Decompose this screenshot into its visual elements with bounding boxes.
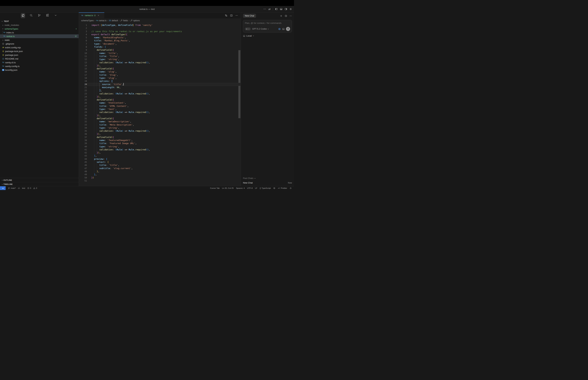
split-icon[interactable] <box>230 14 233 17</box>
code-line-14[interactable]: 14 }), <box>79 64 241 67</box>
breadcrumb-item-schematypes[interactable]: schemaTypes <box>81 19 94 22</box>
code-line-46[interactable]: 46 title: 'title', <box>79 164 241 167</box>
code-line-29[interactable]: 29 validation: (Rule) => Rule.required()… <box>79 111 241 114</box>
more-options-icon[interactable] <box>289 15 292 17</box>
agent-mode-selector[interactable]: ∞ <box>245 27 251 30</box>
web-search-icon[interactable] <box>278 28 281 30</box>
context-selector[interactable]: Local <box>243 35 292 37</box>
code-line-23[interactable]: 23 validation: (Rule) => Rule.required()… <box>79 92 241 95</box>
code-line-51[interactable]: 51 <box>79 179 241 182</box>
tree-item-rankai-ts[interactable]: TSrankai.tsU <box>0 34 79 38</box>
code-line-42[interactable]: 42 }), <box>79 151 241 154</box>
code-line-25[interactable]: 25 defineField({ <box>79 98 241 101</box>
code-editor[interactable]: 1import {defineType, defineField} from '… <box>79 23 241 186</box>
activity-source-control-button[interactable] <box>37 13 41 18</box>
tab-close-icon[interactable] <box>97 14 99 17</box>
code-line-30[interactable]: 30 }), <box>79 114 241 117</box>
code-line-28[interactable]: 28 type: 'text', <box>79 108 241 111</box>
tree-item-eslint-config-mjs[interactable]: JSeslint.config.mjs <box>0 46 79 49</box>
new-chat-tab[interactable]: New Chat <box>243 14 256 18</box>
tree-item-static[interactable]: ›static <box>0 38 79 42</box>
code-line-43[interactable]: 43 ], <box>79 154 241 157</box>
notifications[interactable] <box>290 186 292 190</box>
activity-search-button[interactable] <box>29 13 33 18</box>
code-line-16[interactable]: 16 name: 'slug', <box>79 70 241 73</box>
tree-item-test[interactable]: ›TEST <box>0 19 79 23</box>
model-selector[interactable]: GPT-5.2 Codex <box>252 28 269 30</box>
code-line-19[interactable]: 19 options: { <box>79 80 241 83</box>
tree-item-package-lock-json[interactable]: {}package-lock.json <box>0 49 79 53</box>
tree-item--gitignore[interactable]: .gitignore <box>0 42 79 46</box>
formatter-status[interactable]: ✓✓Prettier <box>278 186 287 190</box>
voice-input-button[interactable] <box>286 27 290 31</box>
attach-image-icon[interactable] <box>282 28 285 30</box>
code-line-1[interactable]: 1import {defineType, defineField} from '… <box>79 24 241 27</box>
tree-item-sanity-cli-ts[interactable]: TSsanity.cli.ts <box>0 60 79 64</box>
plus-icon[interactable] <box>280 15 283 17</box>
breadcrumb-item-rankai.ts[interactable]: TSrankai.ts <box>96 19 107 22</box>
breadcrumb-item-default[interactable]: default <box>109 19 118 22</box>
layout-sidebar-right-icon[interactable] <box>285 8 287 10</box>
tree-item-tsconfig-json[interactable]: TStsconfig.json <box>0 68 79 72</box>
ellipsis-icon[interactable] <box>235 14 238 17</box>
code-line-32[interactable]: 32 name: 'metaDescription', <box>79 120 241 123</box>
code-line-20[interactable]: 20 source: 'title', <box>79 83 241 86</box>
code-line-38[interactable]: 38 name: 'featuredImageUrl', <box>79 139 241 142</box>
code-line-36[interactable]: 36 }), <box>79 133 241 135</box>
code-line-18[interactable]: 18 type: 'slug', <box>79 76 241 80</box>
code-line-15[interactable]: 15 defineField({ <box>79 67 241 70</box>
code-line-37[interactable]: 37 defineField({ <box>79 136 241 139</box>
code-line-45[interactable]: 45 select: { <box>79 161 241 164</box>
code-line-17[interactable]: 17 title: 'Slug', <box>79 74 241 76</box>
code-line-41[interactable]: 41 validation: (Rule) => Rule.required()… <box>79 148 241 151</box>
gear-icon[interactable] <box>289 8 292 10</box>
tab-rankai-ts[interactable]: TS rankai.ts U <box>79 12 104 18</box>
tree-item-node-modules[interactable]: ›node_modules <box>0 23 79 27</box>
code-line-35[interactable]: 35 validation: (Rule) => Rule.required()… <box>79 130 241 133</box>
indentation-status[interactable]: Spaces: 4 <box>236 186 245 190</box>
code-line-40[interactable]: 40 type: 'string', <box>79 145 241 148</box>
activity-files-button[interactable] <box>21 13 25 18</box>
remote-indicator[interactable]: >< <box>0 186 6 190</box>
code-line-44[interactable]: 44 preview: { <box>79 157 241 161</box>
history-icon[interactable] <box>285 15 287 17</box>
code-line-12[interactable]: 12 type: 'string', <box>79 58 241 61</box>
workspace-status[interactable]: test <box>22 186 25 190</box>
code-line-48[interactable]: 48 }, <box>79 170 241 173</box>
tree-item-index-ts[interactable]: TSindex.ts <box>0 31 79 34</box>
breadcrumb-item-fields[interactable]: fields <box>120 19 128 22</box>
window-ellipsis-icon[interactable]: ··· <box>263 8 266 10</box>
code-line-39[interactable]: 39 title: 'Featured Image URL', <box>79 142 241 145</box>
code-line-31[interactable]: 31 defineField({ <box>79 117 241 120</box>
warnings-count[interactable]: 0 <box>33 186 37 190</box>
code-line-49[interactable]: 49 }, <box>79 173 241 176</box>
sidebar-section-timeline[interactable]: ›TIMELINE <box>0 182 79 186</box>
publish-branch[interactable] <box>18 186 20 190</box>
past-chat-item[interactable]: New Chat Now <box>243 182 292 184</box>
code-line-11[interactable]: 11 title: 'Title', <box>79 55 241 58</box>
cursor-position[interactable]: Ln 20, Col 25 <box>222 186 234 190</box>
code-line-27[interactable]: 27 title: 'HTML Content', <box>79 105 241 108</box>
code-line-5[interactable]: 5 name: 'RankaiBlogPosts', <box>79 36 241 39</box>
language-mode[interactable]: {}TypeScript <box>260 186 271 190</box>
activity-extensions-button[interactable] <box>45 13 50 18</box>
chat-input[interactable]: Plan, @ for context, / for commands ∞ GP… <box>243 20 292 33</box>
encoding-status[interactable]: UTF-8 <box>247 186 253 190</box>
layout-panel-bottom-icon[interactable] <box>280 8 283 10</box>
compare-icon[interactable] <box>225 14 228 17</box>
code-line-22[interactable]: 22 }, <box>79 89 241 92</box>
code-line-6[interactable]: 6 title: 'Rankai_Blog_Posts', <box>79 39 241 42</box>
code-line-7[interactable]: 7 type: 'document', <box>79 42 241 45</box>
code-line-33[interactable]: 33 title: 'Meta Description', <box>79 123 241 126</box>
code-line-24[interactable]: 24 }), <box>79 95 241 98</box>
tree-item-package-json[interactable]: {}package.json <box>0 53 79 57</box>
code-line-13[interactable]: 13 validation: (Rule) => Rule.required()… <box>79 61 241 64</box>
tree-item-schematypes[interactable]: ›schemaTypes● <box>0 27 79 31</box>
code-line-50[interactable]: 50}) <box>79 176 241 179</box>
errors-count[interactable]: 0 <box>27 186 31 190</box>
tree-item-sanity-config-ts[interactable]: TSsanity.config.ts <box>0 64 79 68</box>
code-line-34[interactable]: 34 type: 'string', <box>79 126 241 130</box>
swap-icon[interactable]: ⇄ <box>268 8 270 10</box>
layout-sidebar-left-icon[interactable] <box>275 8 278 10</box>
code-line-3[interactable]: 3// save this file as rankai.ts or ranka… <box>79 30 241 33</box>
